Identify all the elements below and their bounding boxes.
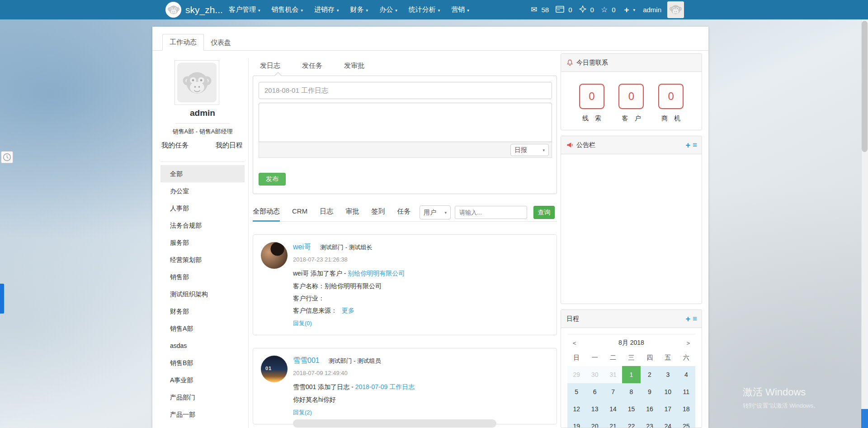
nav-menu-item[interactable]: 统计分析▾ <box>409 5 440 14</box>
nav-menu-item[interactable]: 客户管理▾ <box>229 5 260 14</box>
publish-tab[interactable]: 发日志 <box>260 62 280 70</box>
feed-user-link[interactable]: 雪雪001 <box>293 356 320 366</box>
calendar-day[interactable]: 31 <box>604 366 622 383</box>
my-schedule-link[interactable]: 我的日程 <box>216 141 243 150</box>
department-item[interactable]: 测试组织架构 <box>160 285 245 303</box>
log-content-textarea[interactable] <box>259 103 552 142</box>
gem-icon[interactable] <box>579 5 586 14</box>
calendar-day[interactable]: 9 <box>641 383 659 400</box>
feed-filter-tab[interactable]: 日志 <box>320 207 333 222</box>
calendar-day[interactable]: 23 <box>641 418 659 428</box>
main-tab[interactable]: 仪表盘 <box>204 35 238 51</box>
calendar-day[interactable]: 20 <box>585 418 604 428</box>
calendar-day[interactable]: 14 <box>604 400 622 418</box>
side-panel-handle[interactable] <box>0 284 4 314</box>
log-title-input[interactable] <box>259 82 552 99</box>
calendar-day[interactable]: 29 <box>567 366 585 383</box>
calendar-day[interactable]: 11 <box>677 383 695 400</box>
department-item[interactable]: 服务部 <box>160 234 245 251</box>
nav-menu-item[interactable]: 进销存▾ <box>314 5 339 14</box>
main-tab[interactable]: 工作动态 <box>162 34 204 51</box>
calendar-day[interactable]: 10 <box>659 383 677 400</box>
calendar-day[interactable]: 13 <box>585 400 604 418</box>
calendar-day[interactable]: 22 <box>622 418 640 428</box>
more-link[interactable]: 更多 <box>342 307 354 314</box>
calendar-day[interactable]: 7 <box>604 383 622 400</box>
department-item[interactable]: 全部 <box>160 165 245 182</box>
calendar-prev-button[interactable]: < <box>570 340 579 347</box>
calendar-day[interactable]: 16 <box>641 400 659 418</box>
scrollbar-track[interactable] <box>861 19 868 428</box>
feed-action-link[interactable]: 2018-07-09 工作日志 <box>355 383 415 390</box>
feed-action-link[interactable]: 别给你明明有限公司 <box>348 270 405 277</box>
department-item[interactable]: 人事部 <box>160 200 245 217</box>
user-filter-select[interactable]: 用户▾ <box>420 205 451 219</box>
username[interactable]: admin <box>643 6 661 14</box>
calendar-day[interactable]: 5 <box>567 383 585 400</box>
list-icon[interactable]: ≡ <box>693 314 697 323</box>
calendar-day[interactable]: 17 <box>659 400 677 418</box>
brand[interactable]: sky_zh... <box>165 2 223 18</box>
department-item[interactable]: 经营策划部 <box>160 251 245 268</box>
mail-icon[interactable]: ✉ <box>531 6 537 14</box>
calendar-day[interactable]: 19 <box>567 418 585 428</box>
department-item[interactable]: A事业部 <box>160 371 245 389</box>
nav-menu-item[interactable]: 办公▾ <box>379 5 397 14</box>
department-item[interactable]: 产品一部 <box>160 406 245 423</box>
department-item[interactable]: 法务合规部 <box>160 217 245 234</box>
feed-reply-link[interactable]: 回复(2) <box>293 409 312 417</box>
calendar-day[interactable]: 15 <box>622 400 640 418</box>
star-icon[interactable]: ☆ <box>601 6 608 14</box>
department-item[interactable]: 销售B部 <box>160 354 245 371</box>
publish-tab[interactable]: 发审批 <box>344 62 364 70</box>
add-icon[interactable]: + <box>686 314 691 324</box>
feed-filter-tab[interactable]: 签到 <box>371 207 385 222</box>
calendar-day[interactable]: 2 <box>641 366 659 383</box>
nav-menu-item[interactable]: 财务▾ <box>350 5 368 14</box>
publish-tab[interactable]: 发任务 <box>302 62 322 70</box>
calendar-day[interactable]: 4 <box>677 366 695 383</box>
divider <box>175 123 230 124</box>
list-icon[interactable]: ≡ <box>693 141 697 150</box>
feed-filter-tab[interactable]: 全部动态 <box>253 207 280 222</box>
department-item[interactable]: 销售部 <box>160 268 245 285</box>
chevron-down-icon[interactable]: ▾ <box>633 8 636 12</box>
feed-user-avatar[interactable] <box>261 242 288 269</box>
quick-add-button[interactable]: + <box>624 5 629 15</box>
add-icon[interactable]: + <box>686 141 691 150</box>
calendar-next-button[interactable]: > <box>684 340 693 347</box>
calendar-day[interactable]: 25 <box>677 418 695 428</box>
nav-menu-item[interactable]: 销售机会▾ <box>272 5 303 14</box>
user-avatar[interactable] <box>667 1 684 18</box>
feed-search-button[interactable]: 查询 <box>533 206 555 219</box>
nav-menu-item[interactable]: 营销▾ <box>451 5 469 14</box>
card-icon[interactable] <box>556 6 564 14</box>
calendar-day[interactable]: 21 <box>604 418 622 428</box>
calendar-day[interactable]: 24 <box>659 418 677 428</box>
feed-reply-link[interactable]: 回复(0) <box>293 319 312 328</box>
calendar-day[interactable]: 12 <box>567 400 585 418</box>
calendar-day[interactable]: 1 <box>622 366 640 383</box>
department-item[interactable]: 销售A部 <box>160 320 245 337</box>
feed-filter-tab[interactable]: 任务 <box>397 207 410 222</box>
log-type-select[interactable]: 日报▾ <box>510 144 549 156</box>
profile-avatar[interactable] <box>175 60 219 105</box>
feed-user-link[interactable]: wei哥 <box>293 243 311 252</box>
calendar-day[interactable]: 6 <box>585 383 604 400</box>
feed-filter-tab[interactable]: CRM <box>292 207 307 222</box>
department-item[interactable]: asdas <box>160 337 245 354</box>
publish-button[interactable]: 发布 <box>259 173 286 185</box>
calendar-day[interactable]: 3 <box>659 366 677 383</box>
department-item[interactable]: 财务部 <box>160 303 245 320</box>
scrollbar-thumb[interactable] <box>862 21 868 152</box>
department-item[interactable]: 办公室 <box>160 182 245 200</box>
calendar-day[interactable]: 8 <box>622 383 640 400</box>
feed-filter-tab[interactable]: 审批 <box>345 207 359 222</box>
calendar-day[interactable]: 30 <box>585 366 604 383</box>
my-tasks-link[interactable]: 我的任务 <box>161 141 189 150</box>
feed-user-avatar[interactable]: 01 <box>261 356 288 382</box>
feed-search-input[interactable] <box>455 206 527 219</box>
history-clock-button[interactable] <box>1 151 13 163</box>
department-item[interactable]: 产品部门 <box>160 389 245 406</box>
calendar-day[interactable]: 18 <box>677 400 695 418</box>
